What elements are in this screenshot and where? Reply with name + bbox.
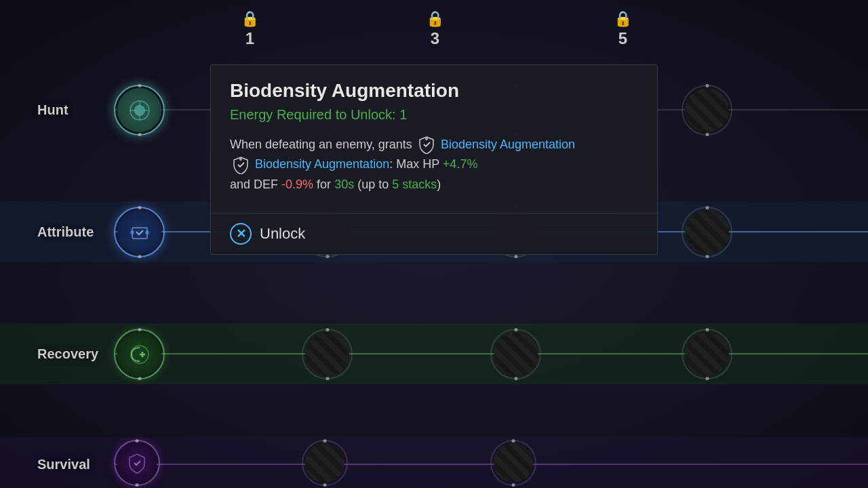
buff-icon-inline: [417, 135, 436, 154]
tooltip-footer[interactable]: ✕ Unlock: [211, 214, 657, 254]
attribute-node-4-inner: [685, 210, 729, 254]
desc-prefix: When defeating an enemy, grants: [230, 138, 412, 151]
buff-icon-detail: [231, 155, 250, 174]
survival-node-1[interactable]: [114, 440, 160, 486]
lock-icon-3: 🔒: [426, 10, 444, 28]
stat-for: for: [317, 178, 331, 191]
paren-close: ): [437, 178, 441, 191]
lock-indicator-3: 🔒 3: [426, 10, 444, 48]
skill-tooltip: Biodensity Augmentation Energy Required …: [210, 64, 658, 255]
unlock-button-icon[interactable]: ✕: [230, 223, 252, 245]
recovery-node-3[interactable]: [490, 329, 541, 380]
stat-pos: +4.7%: [443, 157, 478, 171]
attribute-node-4[interactable]: [682, 207, 732, 258]
recovery-node-2[interactable]: [302, 329, 353, 380]
attribute-node-1-inner: [117, 210, 161, 254]
recovery-node-2-inner: [305, 332, 349, 376]
stacks-value: 5 stacks: [392, 178, 437, 191]
lock-num-1: 1: [245, 29, 254, 48]
recovery-row: Recovery: [0, 323, 868, 384]
attribute-label: Attribute: [37, 224, 94, 240]
hunt-node-1[interactable]: [114, 85, 165, 136]
recovery-node-3-inner: [494, 332, 538, 376]
survival-node-3-inner: [494, 443, 533, 483]
recovery-node-1-inner: [117, 332, 161, 376]
svg-point-7: [239, 158, 242, 161]
hunt-node-1-icon: [126, 97, 153, 124]
survival-node-3[interactable]: [490, 440, 536, 486]
survival-node-2[interactable]: [302, 440, 348, 486]
hunt-node-1-inner: [117, 88, 161, 132]
unlock-label[interactable]: Unlock: [260, 225, 305, 243]
svg-point-1: [134, 105, 145, 116]
hunt-node-4-inner: [685, 88, 729, 132]
svg-point-3: [130, 230, 134, 235]
recovery-icon: [127, 342, 152, 367]
survival-icon: [125, 451, 149, 474]
tooltip-body: Biodensity Augmentation Energy Required …: [211, 65, 657, 205]
lock-num-5: 5: [618, 29, 627, 48]
hunt-node-4[interactable]: [682, 85, 732, 136]
survival-label: Survival: [37, 457, 90, 472]
survival-node-2-inner: [305, 443, 344, 483]
time-value: 30s: [334, 178, 354, 191]
hunt-label: Hunt: [37, 102, 68, 118]
paren-open: (up to: [357, 178, 389, 191]
tooltip-title: Biodensity Augmentation: [230, 80, 638, 102]
recovery-node-4[interactable]: [682, 329, 732, 380]
attribute-icon: [127, 220, 153, 245]
lock-icon-5: 🔒: [614, 10, 632, 28]
recovery-label: Recovery: [37, 346, 98, 362]
buff-detail-colon: : Max HP: [389, 157, 439, 171]
tooltip-energy: Energy Required to Unlock: 1: [230, 107, 638, 123]
stat-neg: -0.9%: [281, 178, 313, 191]
lock-icon-1: 🔒: [241, 10, 259, 28]
lock-indicator-1: 🔒 1: [241, 10, 259, 48]
stat-mid: and DEF: [230, 178, 278, 191]
survival-row: Survival: [0, 437, 868, 488]
svg-point-4: [145, 230, 149, 235]
lock-indicator-5: 🔒 5: [614, 10, 632, 48]
recovery-node-4-inner: [685, 332, 729, 376]
buff-name-inline: Biodensity Augmentation: [441, 138, 575, 151]
attribute-node-1[interactable]: [114, 207, 165, 258]
survival-node-1-inner: [117, 443, 157, 483]
lock-num-3: 3: [431, 29, 439, 48]
buff-detail-label: Biodensity Augmentation: [255, 157, 389, 171]
tooltip-description: When defeating an enemy, grants Biodensi…: [230, 135, 638, 194]
svg-point-6: [425, 138, 428, 140]
recovery-node-1[interactable]: [114, 329, 165, 380]
